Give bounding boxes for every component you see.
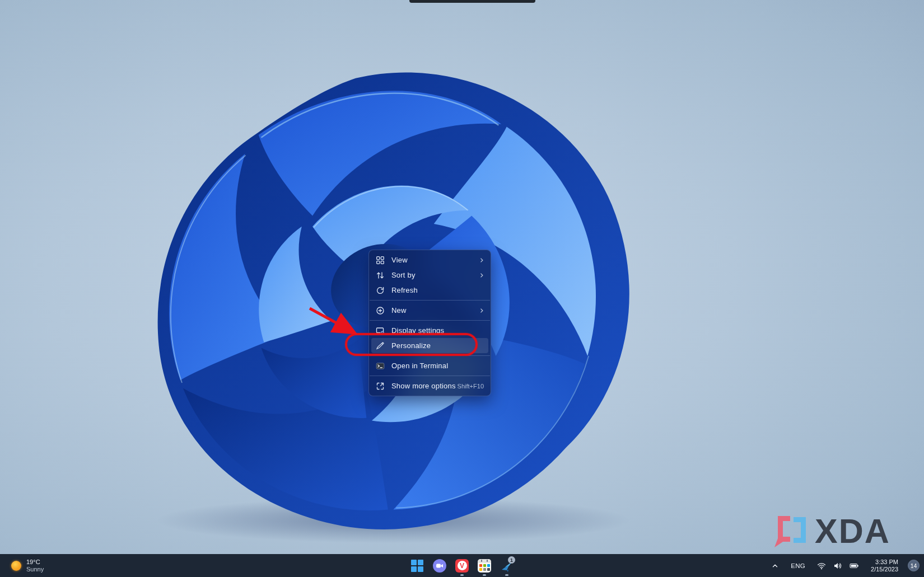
notification-center-badge[interactable]: 14 [908,560,920,571]
windows-logo-icon [411,560,423,572]
xda-brackets-icon [773,515,809,550]
menu-item-label: Show more options [391,382,458,390]
show-more-icon [376,382,385,391]
menu-item-label: Refresh [391,286,485,294]
taskbar: 19°C Sunny V [0,554,924,577]
chevron-right-icon [478,257,485,264]
weather-widget[interactable]: 19°C Sunny [7,554,48,577]
video-chat-icon [433,559,446,573]
weather-temperature: 19°C [26,559,44,566]
menu-separator [370,300,490,301]
tray-status-area[interactable] [815,560,861,572]
view-grid-icon [376,256,385,265]
vivaldi-browser-button[interactable]: V [451,554,473,577]
chevron-right-icon [478,307,485,314]
running-indicator [460,574,464,576]
menu-separator [370,320,490,321]
volume-icon [833,561,842,570]
xda-logo-text: XDA [815,515,890,547]
tray-time: 3:33 PM [871,559,898,566]
calendar-app-button[interactable] [473,554,496,577]
menu-item-shortcut: Shift+F10 [458,383,484,390]
menu-item-label: Sort by [391,271,475,279]
battery-icon [850,561,859,570]
chevron-up-icon [771,562,779,570]
menu-item-label: Personalize [391,341,485,350]
clock-widget[interactable]: 3:33 PM 2/15/2023 [869,557,900,575]
new-plus-icon [376,306,385,315]
menu-item-display-settings[interactable]: Display settings [371,323,488,338]
language-label: ENG [791,562,805,569]
menu-item-view[interactable]: View [371,252,488,268]
menu-item-personalize[interactable]: Personalize [371,338,488,353]
chat-app-button[interactable] [428,554,451,577]
menu-item-sort-by[interactable]: Sort by [371,268,488,283]
menu-item-open-in-terminal[interactable]: Open in Terminal [371,358,488,373]
personalize-brush-icon [376,341,385,350]
tray-date: 2/15/2023 [871,566,898,573]
menu-item-new[interactable]: New [371,303,488,318]
tray-overflow-button[interactable] [769,560,781,571]
terminal-icon [376,362,385,370]
screen-notch [409,0,535,3]
weather-condition: Sunny [26,566,44,573]
menu-item-show-more-options[interactable]: Show more options Shift+F10 [371,378,488,393]
menu-separator [370,355,490,356]
notification-badge: 1 [508,556,515,564]
menu-item-label: Display settings [391,326,485,335]
menu-item-refresh[interactable]: Refresh [371,283,488,298]
running-indicator [483,574,486,576]
wifi-icon [817,561,826,570]
vivaldi-icon: V [455,559,469,573]
bird-app-button[interactable]: 1 [496,554,518,577]
menu-item-label: View [391,256,475,264]
desktop-context-menu: View Sort by Refresh [368,250,491,396]
menu-separator [370,376,490,376]
menu-item-label: Open in Terminal [391,362,485,370]
refresh-icon [376,286,385,295]
taskbar-apps: V [406,554,518,577]
running-indicator [505,574,508,576]
calendar-icon [478,559,491,573]
system-tray: ENG 3:33 PM 2/15/2023 [769,554,920,577]
start-button[interactable] [406,554,428,577]
display-settings-icon [376,326,385,335]
language-indicator[interactable]: ENG [788,561,808,571]
xda-watermark: XDA [773,515,890,550]
desktop[interactable]: View Sort by Refresh [0,0,924,577]
chevron-right-icon [478,272,485,279]
sun-icon [11,561,21,571]
sort-arrows-icon [376,271,385,280]
menu-item-label: New [391,306,475,315]
